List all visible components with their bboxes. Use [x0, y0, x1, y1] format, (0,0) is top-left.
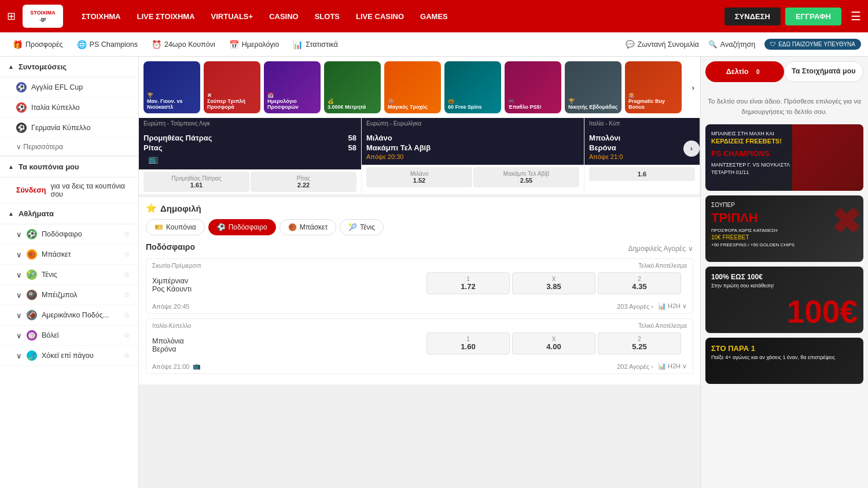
sports-section-header[interactable]: ▲ Αθλήματα	[0, 204, 138, 224]
coupons-login-cta[interactable]: Σύνδεση για να δεις τα κουπόνια σου	[0, 178, 138, 204]
my-coupons-section-header[interactable]: ▲ Τα κουπόνια μου	[0, 156, 138, 178]
tab-tennis[interactable]: 🎾 Τένις	[340, 219, 384, 235]
promo-card-2[interactable]: 📅 Ημερολόγιο Προσφορών	[264, 61, 321, 113]
live-next-arrow[interactable]: ›	[683, 141, 700, 157]
logo[interactable]: STOIXIMA .gr	[23, 5, 63, 28]
odd-btn-team1-2[interactable]: 1.6	[589, 167, 695, 181]
shortcuts-more[interactable]: ∨ Περισσότερα	[0, 138, 138, 156]
sidebar-item-football[interactable]: ∨ ⚽ Ποδόσφαιρο ☆	[0, 224, 138, 245]
hockey-star-icon[interactable]: ☆	[124, 352, 130, 360]
login-link[interactable]: Σύνδεση	[16, 186, 46, 194]
sidebar-item-efl-cup[interactable]: ⚽ Αγγλία EFL Cup	[0, 77, 138, 98]
grid-icon[interactable]: ⊞	[7, 10, 16, 23]
nav-live-casino[interactable]: LIVE CASINO	[349, 9, 411, 24]
nav-casino[interactable]: CASINO	[262, 9, 306, 24]
nav-stoixima[interactable]: ΣΤΟΙΧΗΜΑ	[75, 9, 128, 24]
odd-btn-team1-0[interactable]: Προμηθέας Πάτρας 1.61	[144, 172, 249, 192]
basketball-star-icon[interactable]: ☆	[124, 250, 130, 258]
nav-virtuals[interactable]: VIRTUALS+	[204, 9, 260, 24]
live-chat-button[interactable]: 💬 Ζωντανή Συνομιλία	[626, 40, 699, 49]
promo-card-icon-8: 🎰	[628, 93, 678, 98]
popular-header: ⭐ Δημοφιλή	[146, 203, 693, 213]
match-odd-2-0[interactable]: 2 4.35	[598, 272, 681, 294]
promo-card-label-1: Σούπερ Τριπλή Προσφορά	[207, 98, 257, 110]
login-button[interactable]: ΣΥΝΔΕΣΗ	[724, 8, 781, 25]
sidebar-item-tennis[interactable]: ∨ 🎾 Τένις ☆	[0, 265, 138, 285]
nav-games[interactable]: GAMES	[413, 9, 455, 24]
match-odd-x-0[interactable]: Χ 3.85	[512, 272, 595, 294]
markets-link-0[interactable]: 203 Αγορές ›	[617, 303, 653, 310]
sidebar-item-hockey[interactable]: ∨ 🏒 Χόκεϊ επί πάγου ☆	[0, 346, 138, 366]
promo-card-label-5: 60 Free Spins	[448, 104, 482, 110]
promo-card-6[interactable]: 🎮 Έπαθλο PS5!	[505, 61, 561, 113]
sidebar-item-italy-cup[interactable]: ⚽ Ιταλία Κύπελλο	[0, 98, 138, 118]
h2h-button-0[interactable]: 📊 H2H ∨	[658, 302, 687, 310]
sidebar-item-volleyball[interactable]: ∨ 🏐 Βόλεϊ ☆	[0, 326, 138, 346]
italy-cup-label: Ιταλία Κύπελλο	[31, 103, 80, 112]
shortcuts-section-header[interactable]: ▲ Συντομεύσεις	[0, 57, 138, 77]
promo-card-4[interactable]: 🎡 Μαγικός Τροχός	[384, 61, 441, 113]
hamburger-icon[interactable]: ☰	[851, 9, 861, 23]
nav-ps-champions[interactable]: 🌐 PS Champions	[71, 38, 144, 51]
tennis-star-icon[interactable]: ☆	[124, 271, 130, 279]
match-odd-1-1[interactable]: 1 1.60	[426, 332, 510, 354]
tab-football[interactable]: ⚽ Ποδόσφαιρο	[208, 219, 276, 235]
sidebar-item-basketball[interactable]: ∨ 🏀 Μπάσκετ ☆	[0, 245, 138, 265]
betslip-tab-active[interactable]: Δελτίο 0	[705, 61, 784, 82]
nav-slots[interactable]: SLOTS	[308, 9, 347, 24]
odd-value-1-0: 1.72	[461, 282, 475, 291]
tab-basketball[interactable]: 🏀 Μπάσκετ	[279, 219, 337, 235]
nav-offers[interactable]: 🎁 Προσφορές	[7, 38, 69, 51]
promo-card-7[interactable]: 🏆 Νικητής Εβδομάδας	[565, 61, 621, 113]
promo-card-icon-2: 📅	[267, 93, 317, 98]
promo-banner-1[interactable]: ΣΟΥΠΕΡ ΤΡΙΠΛΗ ΠΡΟΣΦΟΡΑ ΧΩΡΙΣ ΚΑΤΑΘΕΣΗ 10…	[705, 195, 863, 262]
register-button[interactable]: ΕΓΓΡΑΦΗ	[785, 8, 841, 25]
match-footer-0: Απόψε 20:45 203 Αγορές › 📊 H2H ∨	[146, 300, 693, 313]
nav-live-stoixima[interactable]: LIVE ΣΤΟΙΧΗΜΑ	[130, 9, 202, 24]
nav-statistics[interactable]: 📊 Στατιστικά	[287, 38, 344, 51]
promo-next-arrow[interactable]: ›	[685, 79, 700, 95]
tab-coupons[interactable]: 🎫 Κουπόνια	[146, 219, 205, 235]
odd-value-team1-1: 1.52	[413, 177, 425, 184]
sidebar-item-baseball[interactable]: ∨ 🎱 Μπέιζμπολ ☆	[0, 285, 138, 305]
match-team1-0: Χιμπέρνιαν	[152, 277, 192, 285]
h2h-button-1[interactable]: 📊 H2H ∨	[658, 363, 687, 370]
am-football-icon: 🏈	[27, 310, 37, 320]
promo-banner-2[interactable]: 100% ΕΩΣ 100€ Στην πρώτη σου κατάθεση! 1…	[705, 267, 863, 333]
promo-card-3[interactable]: 💰 3.000€ Μετρητά	[324, 61, 381, 113]
markets-link-1[interactable]: 202 Αγορές ›	[617, 363, 653, 370]
volleyball-label: Βόλεϊ	[42, 331, 59, 339]
promo-banner-0[interactable]: ΜΠΑΙΝΕΙΣ ΣΤΗ ΜΑΧΗ ΚΑΙ ΚΕΡΔΙΖΕΙΣ FREEBETS…	[705, 124, 863, 191]
promo-card-1[interactable]: ✖ Σούπερ Τριπλή Προσφορά	[204, 61, 260, 113]
coupons-tab-icon: 🎫	[155, 223, 163, 231]
promo-card-0[interactable]: 🏆 Μαν. Γιουν. vs Νιούκαστλ	[144, 61, 200, 113]
baseball-star-icon[interactable]: ☆	[124, 291, 130, 299]
betslip-tab-my-bets[interactable]: Τα Στοιχήματά μου	[784, 61, 864, 82]
odd-btn-team2-1[interactable]: Μακάμπι Τελ Αβίβ 2.55	[473, 167, 579, 187]
promo-banner-3[interactable]: ΣΤΟ ΠΑΡΑ 1 Παίξε 4+ αγώνες και αν χάσεις…	[705, 338, 863, 384]
hockey-chevron-icon: ∨	[16, 352, 22, 360]
am-football-star-icon[interactable]: ☆	[124, 311, 130, 319]
odd-btn-team1-1[interactable]: Μιλάνο 1.52	[366, 167, 472, 187]
sidebar-item-germany-cup[interactable]: ⚽ Γερμανία Κύπελλο	[0, 118, 138, 138]
search-button[interactable]: 🔍 Αναζήτηση	[708, 40, 755, 49]
nav-calendar[interactable]: 📅 Ημερολόγιο	[223, 38, 285, 51]
match-odd-x-1[interactable]: Χ 4.00	[512, 332, 595, 354]
promo-card-8[interactable]: 🎰 Pragmatic Buy Bonus	[625, 61, 682, 113]
promo-card-icon-5: 🎃	[448, 98, 482, 104]
volleyball-star-icon[interactable]: ☆	[124, 331, 130, 339]
popular-markets-dropdown[interactable]: Δημοφιλείς Αγορές ∨	[628, 245, 693, 253]
sidebar-item-american-football[interactable]: ∨ 🏈 Αμερικάνικο Ποδός... ☆	[0, 305, 138, 326]
betslip-tab2-label: Τα Στοιχήματά μου	[792, 67, 856, 75]
football-star-icon[interactable]: ☆	[124, 230, 130, 238]
promo-card-5[interactable]: 🎃 60 Free Spins	[444, 61, 501, 113]
right-panel: Δελτίο 0 Τα Στοιχήματά μου Το δελτίο σου…	[700, 57, 868, 488]
nav-24hour[interactable]: ⏰ 24ωρο Κουπόνι	[146, 38, 221, 51]
responsible-gambling-button[interactable]: 🛡 ΕΔΩ ΠΑΙΖΟΥΜΕ ΥΠΕΥΘΥΝΑ	[764, 39, 861, 50]
live-score-body-0: Προμηθέας Πάτρας 58 Ρίτας 58 📺	[139, 129, 361, 169]
search-label: Αναζήτηση	[720, 40, 755, 49]
match-odd-2-1[interactable]: 2 5.25	[598, 332, 681, 354]
odd-btn-team2-0[interactable]: Ρίτας 2.22	[251, 172, 356, 192]
match-odd-1-0[interactable]: 1 1.72	[426, 272, 510, 294]
shortcuts-label: Συντομεύσεις	[19, 62, 67, 71]
